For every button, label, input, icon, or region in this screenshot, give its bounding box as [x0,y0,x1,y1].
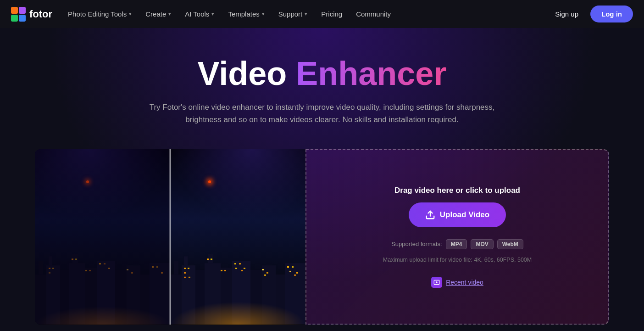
svg-rect-52 [234,263,236,264]
svg-rect-46 [188,268,189,269]
upload-video-button[interactable]: Upload Video [409,202,506,227]
main-content: Drag video here or click to upload Uploa… [24,149,620,325]
svg-rect-65 [289,271,291,272]
svg-rect-48 [207,258,209,260]
chevron-down-icon: ▾ [305,11,307,17]
sidebar-item-pricing[interactable]: Pricing [315,6,349,22]
sidebar-item-photo-editing-tools[interactable]: Photo Editing Tools ▾ [61,6,138,22]
upload-icon [425,210,435,220]
svg-rect-66 [294,275,296,276]
video-left-panel [35,149,170,325]
nav-label-community: Community [356,10,391,18]
page-title: Video Enhancer [11,56,633,92]
svg-marker-69 [436,281,438,283]
sidebar-item-create[interactable]: Create ▾ [139,6,178,22]
svg-rect-0 [11,7,18,14]
sidebar-item-support[interactable]: Support ▾ [272,6,314,22]
svg-rect-61 [189,277,190,278]
svg-rect-49 [211,258,212,260]
nav-label-support: Support [278,10,303,18]
nav-label-ai-tools: AI Tools [185,10,209,18]
recent-video-icon [431,277,442,288]
login-button[interactable]: Log in [590,6,633,22]
svg-rect-57 [287,266,289,268]
svg-rect-1 [19,7,26,14]
svg-rect-3 [19,15,26,22]
upload-zone[interactable]: Drag video here or click to upload Uploa… [305,149,609,325]
chevron-down-icon: ▾ [129,11,132,17]
signup-button[interactable]: Sign up [549,6,585,22]
chevron-down-icon: ▾ [168,11,171,17]
formats-label: Supported formats: [391,241,442,247]
svg-rect-51 [224,270,226,271]
title-part1: Video [198,55,296,92]
recent-video-row: Recent video [431,277,483,288]
chevron-down-icon: ▾ [262,11,265,17]
format-badge-mov: MOV [471,239,493,249]
formats-row: Supported formats: MP4 MOV WebM [391,239,523,249]
hero-subtitle: Try Fotor's online video enhancer to ins… [143,101,501,126]
nav-label-create: Create [145,10,166,18]
svg-rect-53 [239,263,241,264]
nav-items: Photo Editing Tools ▾ Create ▾ AI Tools … [61,6,547,22]
svg-rect-50 [221,270,222,271]
logo-icon [11,7,26,22]
chevron-down-icon: ▾ [211,11,214,17]
svg-rect-59 [296,272,298,274]
svg-rect-45 [184,268,186,269]
city-image-enhanced [170,149,305,325]
logo-text: fotor [29,8,52,20]
logo[interactable]: fotor [11,7,52,22]
nav-label-photo-editing-tools: Photo Editing Tools [68,10,127,18]
svg-rect-2 [11,15,18,22]
city-image-original [35,149,170,325]
svg-rect-47 [184,272,186,274]
crane-light-right [208,180,211,183]
upload-limit: Maximum upload limit for video file: 4K,… [383,257,532,263]
video-right-panel [170,149,305,325]
format-badge-webm: WebM [497,239,523,249]
upload-button-label: Upload Video [440,210,489,219]
nav-label-templates: Templates [228,10,259,18]
svg-rect-54 [244,268,245,269]
svg-rect-58 [292,266,294,268]
svg-rect-56 [266,272,268,274]
svg-rect-64 [264,275,266,276]
svg-rect-62 [235,268,237,269]
sidebar-item-ai-tools[interactable]: AI Tools ▾ [178,6,221,22]
video-divider [170,149,171,325]
upload-drag-text: Drag video here or click to upload [394,186,520,195]
video-preview [35,149,305,325]
title-part2: Enhancer [296,55,446,92]
hero-section: Video Enhancer Try Fotor's online video … [0,28,644,325]
svg-rect-55 [262,269,264,270]
nav-right: Sign up Log in [549,6,633,22]
recent-video-link[interactable]: Recent video [446,279,483,286]
svg-rect-33 [174,261,178,275]
svg-rect-35 [184,256,188,265]
nav-label-pricing: Pricing [321,10,342,18]
sidebar-item-templates[interactable]: Templates ▾ [222,6,271,22]
svg-rect-60 [184,277,186,278]
navigation: fotor Photo Editing Tools ▾ Create ▾ AI … [0,0,644,28]
svg-rect-63 [241,270,243,271]
format-badge-mp4: MP4 [446,239,467,249]
sidebar-item-community[interactable]: Community [350,6,397,22]
